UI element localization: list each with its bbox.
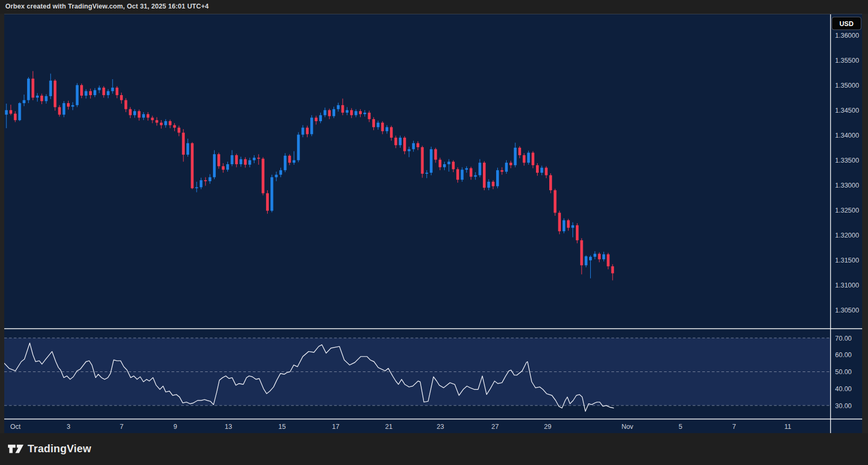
candle-body [249, 160, 251, 164]
candle-body [549, 175, 552, 190]
candle-body [567, 220, 569, 227]
price-axis-label: 1.33500 [835, 157, 859, 164]
candle-body [602, 255, 605, 259]
candle-body [270, 177, 273, 210]
candle-body [607, 255, 609, 267]
candle-body [505, 163, 508, 172]
candle-body [124, 100, 127, 109]
candle-body [572, 225, 574, 228]
candle-body [324, 110, 326, 115]
candle-body [142, 114, 145, 118]
candle-body [204, 180, 207, 181]
page: Orbex created with TradingView.com, Oct … [0, 0, 868, 465]
candle-body [226, 164, 229, 170]
candle-body [545, 168, 548, 175]
tradingview-logo-icon[interactable] [8, 443, 24, 455]
candle-body [103, 88, 105, 95]
candle-body [585, 256, 588, 265]
candle-body [554, 190, 556, 213]
candle-body [23, 100, 25, 103]
candle-body [182, 133, 185, 155]
attribution-text: Orbex created with TradingView.com, Oct … [5, 3, 209, 10]
candle-body [412, 143, 415, 149]
time-axis-label: Nov [622, 423, 634, 430]
candle-body [266, 193, 269, 211]
candle-body [426, 173, 428, 174]
candle-body [116, 88, 118, 95]
candle-body [297, 134, 300, 160]
tradingview-logo-text[interactable]: TradingView [28, 443, 91, 455]
time-axis-label: 3 [67, 423, 71, 430]
candle-body [540, 168, 543, 173]
branding-bar: TradingView [0, 433, 868, 465]
rsi-axis-label: 40.00 [835, 385, 852, 393]
candle-body [191, 143, 193, 188]
candle-body [147, 114, 149, 118]
candle-body [302, 128, 304, 134]
price-axis-label: 1.35500 [835, 57, 859, 64]
candle-body [195, 187, 198, 188]
currency-badge-label: USD [839, 20, 853, 28]
time-axis-label: 29 [544, 423, 551, 430]
time-axis-label: 9 [174, 423, 177, 430]
time-axis-label: 21 [385, 423, 393, 430]
time-axis-label: 17 [332, 423, 339, 430]
time-axis-label: 5 [679, 423, 683, 430]
candle-body [71, 105, 74, 107]
candle-body [5, 110, 7, 114]
candle-body [129, 109, 132, 115]
candle-body [598, 254, 601, 259]
candle-body [430, 149, 432, 173]
candle-body [514, 148, 516, 165]
candle-body [98, 88, 100, 90]
candle-body [416, 143, 419, 147]
candle-body [500, 170, 503, 172]
candle-body [262, 159, 265, 193]
candle-body [235, 155, 238, 164]
candle-body [306, 128, 309, 134]
rsi-axis-label: 60.00 [835, 351, 852, 359]
candle-body [479, 163, 481, 175]
candle-body [253, 158, 256, 160]
candle-body [120, 95, 123, 100]
candle-body [275, 175, 278, 177]
candle-body [288, 156, 291, 163]
candle-body [40, 96, 43, 101]
candle-body [84, 91, 87, 95]
candle-body [461, 170, 463, 180]
candle-body [169, 121, 172, 125]
candle-body [509, 163, 512, 165]
candle-body [527, 153, 530, 163]
candle-body [54, 81, 56, 107]
candle-body [456, 169, 459, 180]
time-axis-label: Oct [10, 423, 21, 430]
chart-canvas[interactable]: 1.360001.355001.350001.345001.340001.335… [4, 14, 862, 434]
candle-body [107, 91, 109, 95]
candle-body [177, 128, 180, 132]
currency-badge[interactable]: USD [832, 17, 861, 30]
candle-body [474, 175, 476, 177]
candle-body [558, 213, 561, 231]
price-axis-label: 1.34500 [835, 107, 859, 114]
candle-body [67, 103, 70, 107]
price-axis-label: 1.36000 [835, 32, 859, 39]
time-axis-label: 11 [785, 423, 792, 430]
candle-body [111, 88, 114, 91]
candle-body [18, 103, 21, 120]
candle-body [487, 182, 490, 188]
candle-body [470, 168, 472, 177]
candle-body [156, 120, 158, 123]
time-axis-label: 23 [437, 423, 444, 430]
candle-body [160, 123, 163, 125]
candle-body [576, 225, 578, 240]
price-axis-label: 1.31500 [835, 257, 859, 264]
candle-body [284, 156, 286, 170]
candle-body [536, 165, 539, 173]
candle-body [76, 85, 79, 105]
candle-body [465, 168, 468, 170]
candle-body [390, 127, 393, 138]
candle-body [443, 164, 446, 167]
chart-widget[interactable]: 1.360001.355001.350001.345001.340001.335… [4, 14, 862, 433]
candle-body [337, 105, 339, 109]
candle-body [341, 105, 344, 113]
